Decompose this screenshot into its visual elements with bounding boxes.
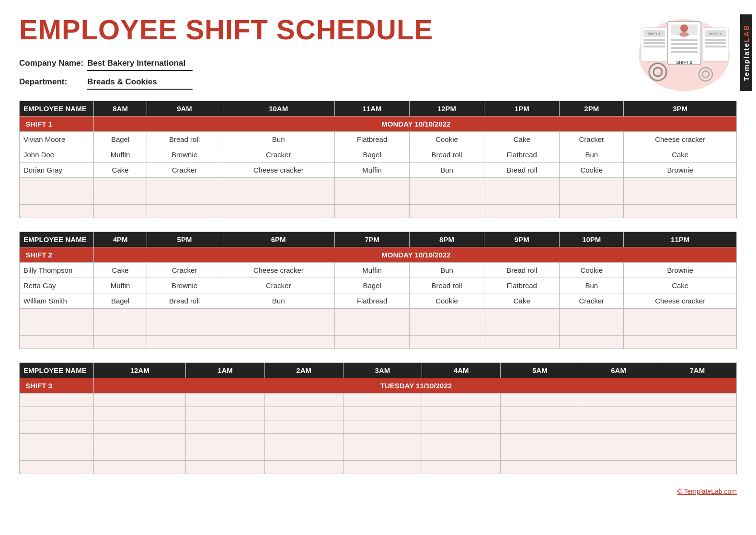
- task-cell: [658, 461, 736, 474]
- department-value: Breads & Cookies: [87, 75, 193, 89]
- task-cell: [658, 434, 736, 447]
- shift2-col-4pm: 4PM: [94, 232, 147, 247]
- task-cell: [186, 407, 264, 420]
- shift3-label-row: SHIFT 3 TUESDAY 11/10/2022: [20, 378, 737, 394]
- task-cell: [560, 322, 624, 336]
- task-cell: [94, 205, 147, 218]
- shift3-col-12am: 12AM: [94, 363, 186, 378]
- employee-name-cell: [20, 461, 94, 474]
- shift1-col-employee: EMPLOYEE NAME: [20, 101, 94, 116]
- employee-name-cell: [20, 407, 94, 420]
- shift3-col-employee: EMPLOYEE NAME: [20, 363, 94, 378]
- shift1-col-11am: 11AM: [335, 101, 409, 116]
- task-cell: [222, 191, 335, 205]
- task-cell: [409, 191, 484, 205]
- svg-text:SHIFT 2: SHIFT 2: [676, 60, 692, 65]
- task-cell: [264, 394, 343, 407]
- task-cell: Cookie: [409, 132, 484, 147]
- company-value: Best Bakery International: [87, 57, 193, 70]
- task-cell: [264, 434, 343, 447]
- employee-name-cell: Retta Gay: [20, 278, 94, 293]
- task-cell: Cracker: [560, 293, 624, 309]
- task-cell: [579, 420, 658, 434]
- shift2-col-11pm: 11PM: [624, 232, 737, 247]
- shift2-label-row: SHIFT 2 MONDAY 10/10/2022: [20, 247, 737, 263]
- shift2-col-6pm: 6PM: [222, 232, 335, 247]
- shift3-date: TUESDAY 11/10/2022: [94, 378, 737, 394]
- shift1-section: EMPLOYEE NAME 8AM 9AM 10AM 11AM 12PM 1PM…: [19, 101, 737, 218]
- task-cell: Cheese cracker: [222, 263, 335, 278]
- employee-name-cell: Dorian Gray: [20, 163, 94, 178]
- task-cell: [264, 420, 343, 434]
- task-cell: [560, 336, 624, 349]
- employee-name-cell: Billy Thompson: [20, 263, 94, 278]
- logo-graphic: SHIFT 3 SHIFT 1 SHIFT 2: [631, 14, 737, 91]
- shift1-col-1pm: 1PM: [484, 101, 560, 116]
- shift3-header-row: EMPLOYEE NAME 12AM 1AM 2AM 3AM 4AM 5AM 6…: [20, 363, 737, 378]
- task-cell: [94, 420, 186, 434]
- task-cell: Bun: [560, 278, 624, 293]
- task-cell: [343, 447, 422, 461]
- task-cell: [560, 205, 624, 218]
- task-cell: [335, 205, 409, 218]
- task-cell: Flatbread: [335, 132, 409, 147]
- task-cell: Cheese cracker: [624, 132, 737, 147]
- task-cell: [409, 178, 484, 191]
- task-cell: [422, 420, 501, 434]
- task-cell: [335, 191, 409, 205]
- task-cell: [624, 322, 737, 336]
- task-cell: Cookie: [409, 293, 484, 309]
- employee-name-cell: [20, 420, 94, 434]
- shift2-col-7pm: 7PM: [335, 232, 409, 247]
- employee-name-cell: [20, 309, 94, 322]
- task-cell: [409, 336, 484, 349]
- shift1-col-8am: 8AM: [94, 101, 147, 116]
- task-cell: [147, 336, 222, 349]
- logo-area: SHIFT 3 SHIFT 1 SHIFT 2 T: [612, 14, 737, 91]
- task-cell: [579, 394, 658, 407]
- task-cell: [343, 434, 422, 447]
- svg-point-15: [680, 24, 688, 32]
- task-cell: Bread roll: [484, 163, 560, 178]
- footer-link[interactable]: © TemplateLab.com: [677, 488, 737, 495]
- header-section: EMPLOYEE SHIFT SCHEDULE Company Name: Be…: [19, 14, 737, 91]
- table-row: [20, 205, 737, 218]
- task-cell: [658, 447, 736, 461]
- employee-name-cell: [20, 336, 94, 349]
- task-cell: [409, 322, 484, 336]
- table-row: [20, 407, 737, 420]
- task-cell: [624, 309, 737, 322]
- shift1-label: SHIFT 1: [20, 116, 94, 132]
- task-cell: [409, 309, 484, 322]
- task-cell: [484, 309, 560, 322]
- employee-name-cell: [20, 394, 94, 407]
- employee-name-cell: William Smith: [20, 293, 94, 309]
- task-cell: [579, 447, 658, 461]
- task-cell: Bun: [409, 263, 484, 278]
- task-cell: [484, 191, 560, 205]
- task-cell: Bagel: [335, 278, 409, 293]
- svg-text:SHIFT 1: SHIFT 1: [648, 32, 660, 35]
- task-cell: [94, 434, 186, 447]
- task-cell: Cracker: [560, 132, 624, 147]
- svg-rect-19: [671, 47, 698, 49]
- table-row: [20, 309, 737, 322]
- task-cell: Flatbread: [335, 293, 409, 309]
- employee-name-cell: [20, 434, 94, 447]
- task-cell: [335, 336, 409, 349]
- task-cell: [94, 178, 147, 191]
- task-cell: Muffin: [335, 263, 409, 278]
- task-cell: [222, 322, 335, 336]
- shift2-col-10pm: 10PM: [560, 232, 624, 247]
- task-cell: [343, 420, 422, 434]
- task-cell: Bagel: [335, 147, 409, 163]
- shift3-col-5am: 5AM: [501, 363, 579, 378]
- table-row: Retta GayMuffinBrownieCrackerBagelBread …: [20, 278, 737, 293]
- shift2-header-row: EMPLOYEE NAME 4PM 5PM 6PM 7PM 8PM 9PM 10…: [20, 232, 737, 247]
- task-cell: [94, 309, 147, 322]
- task-cell: [94, 336, 147, 349]
- task-cell: Muffin: [94, 278, 147, 293]
- shift2-col-9pm: 9PM: [484, 232, 560, 247]
- shift1-col-3pm: 3PM: [624, 101, 737, 116]
- table-row: [20, 434, 737, 447]
